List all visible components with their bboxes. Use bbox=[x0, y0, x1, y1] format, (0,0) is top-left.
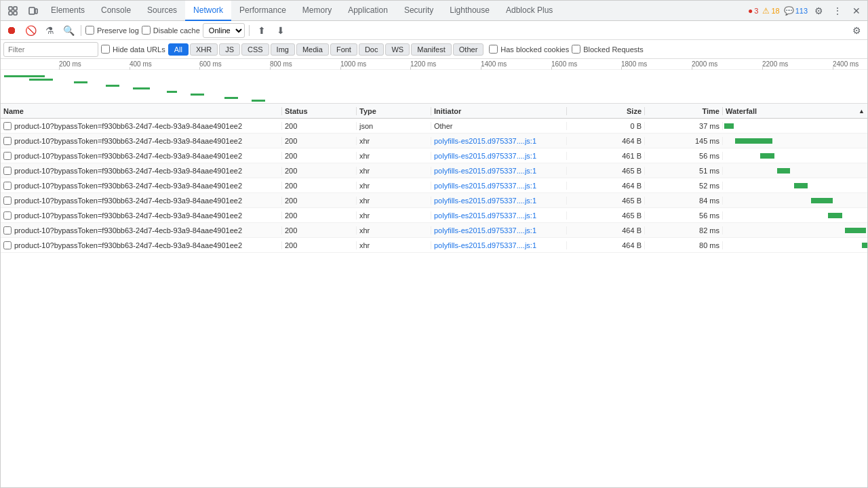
cell-initiator-8[interactable]: polyfills-es2015.d975337....js:1 bbox=[431, 241, 567, 249]
table-row[interactable]: product-10?bypassToken=f930bb63-24d7-4ec… bbox=[1, 178, 867, 193]
filter-bar: Hide data URLs AllXHRJSCSSImgMediaFontDo… bbox=[1, 40, 867, 59]
row-checkbox-3[interactable] bbox=[3, 167, 12, 175]
table-row[interactable]: product-10?bypassToken=f930bb63-24d7-4ec… bbox=[1, 193, 867, 208]
initiator-link-2[interactable]: polyfills-es2015.d975337....js:1 bbox=[434, 152, 536, 160]
filter-btn-doc[interactable]: Doc bbox=[359, 43, 384, 56]
cell-initiator-7[interactable]: polyfills-es2015.d975337....js:1 bbox=[431, 226, 567, 235]
col-header-initiator[interactable]: Initiator bbox=[431, 107, 567, 115]
filter-input[interactable] bbox=[3, 42, 98, 57]
export-btn[interactable]: ⬇ bbox=[273, 22, 289, 39]
col-header-waterfall[interactable]: Waterfall ▲ bbox=[723, 107, 867, 115]
filter-btn-all[interactable]: All bbox=[168, 43, 189, 56]
row-checkbox-4[interactable] bbox=[3, 182, 12, 190]
cell-initiator-1[interactable]: polyfills-es2015.d975337....js:1 bbox=[431, 137, 567, 145]
table-row[interactable]: product-10?bypassToken=f930bb63-24d7-4ec… bbox=[1, 163, 867, 178]
throttle-select[interactable]: Online bbox=[203, 23, 245, 38]
initiator-link-3[interactable]: polyfills-es2015.d975337....js:1 bbox=[434, 167, 536, 175]
blocked-requests-checkbox[interactable] bbox=[572, 45, 580, 54]
initiator-link-7[interactable]: polyfills-es2015.d975337....js:1 bbox=[434, 226, 536, 235]
tab-adblock[interactable]: Adblock Plus bbox=[498, 1, 561, 21]
device-icon[interactable] bbox=[24, 1, 43, 20]
row-checkbox-2[interactable] bbox=[3, 152, 12, 160]
initiator-link-6[interactable]: polyfills-es2015.d975337....js:1 bbox=[434, 211, 536, 220]
filter-btn-manifest[interactable]: Manifest bbox=[411, 43, 452, 56]
filter-btn-other[interactable]: Other bbox=[453, 43, 484, 56]
settings-icon[interactable]: ⚙ bbox=[810, 3, 827, 19]
blocked-requests-label[interactable]: Blocked Requests bbox=[572, 45, 644, 54]
initiator-link-8[interactable]: polyfills-es2015.d975337....js:1 bbox=[434, 241, 536, 249]
col-header-time[interactable]: Time bbox=[645, 107, 723, 115]
tab-console[interactable]: Console bbox=[93, 1, 139, 21]
hide-data-urls-text: Hide data URLs bbox=[113, 45, 165, 54]
col-header-type[interactable]: Type bbox=[357, 107, 431, 115]
tab-memory[interactable]: Memory bbox=[294, 1, 340, 21]
clear-btn[interactable]: 🚫 bbox=[22, 22, 39, 39]
row-checkbox-8[interactable] bbox=[3, 241, 12, 249]
filter-btn-media[interactable]: Media bbox=[296, 43, 329, 56]
ruler-labels: 200 ms400 ms600 ms800 ms1000 ms1200 ms14… bbox=[1, 59, 867, 70]
row-checkbox-7[interactable] bbox=[3, 226, 12, 235]
filter-icon-btn[interactable]: ⚗ bbox=[41, 22, 58, 39]
tab-network[interactable]: Network bbox=[185, 1, 231, 21]
wf-overview-bars bbox=[1, 70, 867, 104]
table-row[interactable]: product-10?bypassToken=f930bb63-24d7-4ec… bbox=[1, 208, 867, 223]
has-blocked-cookies-text: Has blocked cookies bbox=[500, 45, 569, 54]
row-checkbox-0[interactable] bbox=[3, 122, 12, 130]
preserve-log-label[interactable]: Preserve log bbox=[85, 26, 139, 35]
inspect-icon[interactable] bbox=[3, 1, 22, 20]
hide-data-urls-label[interactable]: Hide data URLs bbox=[101, 45, 165, 54]
filter-btn-font[interactable]: Font bbox=[330, 43, 357, 56]
table-row[interactable]: product-10?bypassToken=f930bb63-24d7-4ec… bbox=[1, 119, 867, 134]
cell-size-8: 464 B bbox=[567, 241, 645, 249]
table-row[interactable]: product-10?bypassToken=f930bb63-24d7-4ec… bbox=[1, 238, 867, 253]
cell-name-0: product-10?bypassToken=f930bb63-24d7-4ec… bbox=[1, 122, 282, 130]
wf-bar-7 bbox=[845, 228, 866, 233]
network-settings-btn[interactable]: ⚙ bbox=[848, 22, 865, 39]
close-icon[interactable]: ✕ bbox=[848, 3, 865, 19]
tab-security[interactable]: Security bbox=[396, 1, 441, 21]
cell-initiator-4[interactable]: polyfills-es2015.d975337....js:1 bbox=[431, 182, 567, 190]
tab-performance[interactable]: Performance bbox=[231, 1, 294, 21]
wf-bar-6 bbox=[828, 213, 842, 218]
tab-application[interactable]: Application bbox=[340, 1, 396, 21]
col-header-size[interactable]: Size bbox=[567, 107, 645, 115]
tab-lighthouse[interactable]: Lighthouse bbox=[441, 1, 498, 21]
cell-initiator-5[interactable]: polyfills-es2015.d975337....js:1 bbox=[431, 197, 567, 205]
filter-btn-css[interactable]: CSS bbox=[241, 43, 269, 56]
row-checkbox-1[interactable] bbox=[3, 137, 12, 145]
cell-initiator-6[interactable]: polyfills-es2015.d975337....js:1 bbox=[431, 211, 567, 220]
record-btn[interactable]: ⏺ bbox=[3, 22, 20, 39]
has-blocked-cookies-label[interactable]: Has blocked cookies bbox=[489, 45, 569, 54]
table-row[interactable]: product-10?bypassToken=f930bb63-24d7-4ec… bbox=[1, 223, 867, 238]
tab-sources[interactable]: Sources bbox=[139, 1, 185, 21]
cell-initiator-3[interactable]: polyfills-es2015.d975337....js:1 bbox=[431, 167, 567, 175]
filter-btn-img[interactable]: Img bbox=[271, 43, 295, 56]
hide-data-urls-checkbox[interactable] bbox=[101, 45, 110, 54]
initiator-link-1[interactable]: polyfills-es2015.d975337....js:1 bbox=[434, 137, 536, 145]
search-btn[interactable]: 🔍 bbox=[60, 22, 77, 39]
disable-cache-text: Disable cache bbox=[153, 26, 200, 35]
has-blocked-cookies-checkbox[interactable] bbox=[489, 45, 498, 54]
preserve-log-checkbox[interactable] bbox=[85, 26, 94, 35]
row-checkbox-5[interactable] bbox=[3, 197, 12, 205]
disable-cache-label[interactable]: Disable cache bbox=[142, 26, 200, 35]
tab-elements[interactable]: Elements bbox=[43, 1, 93, 21]
row-checkbox-6[interactable] bbox=[3, 211, 12, 220]
initiator-link-4[interactable]: polyfills-es2015.d975337....js:1 bbox=[434, 182, 536, 190]
filter-btn-js[interactable]: JS bbox=[219, 43, 240, 56]
initiator-link-5[interactable]: polyfills-es2015.d975337....js:1 bbox=[434, 197, 536, 205]
more-tools-icon[interactable]: ⋮ bbox=[829, 3, 846, 19]
import-btn[interactable]: ⬆ bbox=[254, 22, 270, 39]
col-header-status[interactable]: Status bbox=[282, 107, 357, 115]
disable-cache-checkbox[interactable] bbox=[142, 26, 151, 35]
cell-initiator-2[interactable]: polyfills-es2015.d975337....js:1 bbox=[431, 152, 567, 160]
filter-btn-xhr[interactable]: XHR bbox=[190, 43, 218, 56]
table-row[interactable]: product-10?bypassToken=f930bb63-24d7-4ec… bbox=[1, 134, 867, 148]
cell-time-5: 84 ms bbox=[645, 197, 723, 205]
overview-bar-3 bbox=[106, 85, 119, 87]
cell-type-3: xhr bbox=[357, 167, 431, 175]
row-name-1: product-10?bypassToken=f930bb63-24d7-4ec… bbox=[14, 137, 242, 145]
filter-btn-ws[interactable]: WS bbox=[385, 43, 410, 56]
col-header-name[interactable]: Name bbox=[1, 107, 282, 115]
table-row[interactable]: product-10?bypassToken=f930bb63-24d7-4ec… bbox=[1, 148, 867, 163]
